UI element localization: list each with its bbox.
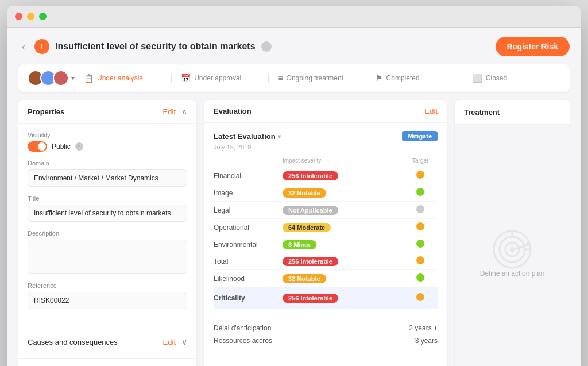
- row-name-1: Image: [214, 184, 283, 202]
- close-window-button[interactable]: [15, 13, 22, 20]
- causes-title: Causes and consequences: [28, 338, 118, 346]
- row-badge-4: 8 Minor: [283, 240, 316, 249]
- likelihood-row: Likelihood 32 Notable: [214, 270, 438, 287]
- evaluation-title: Evaluation: [214, 107, 252, 115]
- row-dot-4: [416, 240, 424, 248]
- app-body: ‹ ! Insufficient level of security to ob…: [7, 28, 581, 366]
- visibility-field: Visibility Public ?: [28, 132, 187, 152]
- causes-collapse-button[interactable]: ∨: [181, 337, 187, 346]
- visibility-toggle[interactable]: [28, 141, 47, 152]
- under-analysis-label: Under analysis: [97, 74, 142, 82]
- description-value[interactable]: [28, 240, 187, 274]
- reference-field: Reference RISK00022: [28, 282, 187, 309]
- page-header: ‹ ! Insufficient level of security to ob…: [18, 37, 570, 56]
- title-value: Insufficient level of security to obtain…: [28, 205, 187, 222]
- latest-eval-date: July 19, 2019: [214, 144, 438, 151]
- visibility-label: Visibility: [28, 132, 187, 138]
- status-step-closed[interactable]: ⬜ Closed: [463, 74, 560, 83]
- avatar-3: [53, 70, 69, 86]
- evaluation-edit-button[interactable]: Edit: [425, 107, 438, 115]
- title-label: Title: [28, 195, 187, 202]
- row-name-3: Operational: [214, 219, 283, 236]
- warning-icon: !: [34, 39, 49, 54]
- completed-label: Completed: [386, 74, 420, 82]
- criticality-label: Criticality: [214, 287, 283, 309]
- status-bar: ▾ 📋 Under analysis 📅 Under approval ≡ On…: [18, 64, 570, 92]
- treatment-title: Treatment: [464, 108, 500, 117]
- properties-title: Properties: [28, 107, 64, 116]
- minimize-window-button[interactable]: [27, 13, 34, 20]
- row-badge-3: 64 Moderate: [283, 223, 331, 232]
- target-col-header: Target: [403, 157, 438, 167]
- avatar-dropdown-button[interactable]: ▾: [71, 74, 75, 82]
- title-field: Title Insufficient level of security to …: [28, 195, 187, 222]
- under-approval-icon: 📅: [181, 74, 191, 83]
- anticipation-section: Délai d'anticipation 2 years + Ressource…: [214, 317, 438, 345]
- row-dot-3: [416, 222, 424, 230]
- evaluation-table: Impact severity Target Financial 256 Int…: [214, 157, 438, 309]
- mitigate-badge: Mitigate: [402, 131, 438, 141]
- register-risk-button[interactable]: Register Risk: [496, 37, 570, 56]
- status-step-completed[interactable]: ⚑ Completed: [366, 74, 463, 83]
- under-analysis-icon: 📋: [84, 74, 94, 83]
- header-left: ‹ ! Insufficient level of security to ob…: [18, 39, 272, 54]
- causes-section: Causes and consequences Edit ∨: [18, 330, 196, 353]
- evaluation-body: Latest Evaluation ▾ Mitigate July 19, 20…: [204, 123, 447, 353]
- page-title: Insufficient level of security to obtain…: [55, 41, 256, 52]
- impact-col-header: Impact severity: [283, 157, 403, 167]
- reference-label: Reference: [28, 282, 187, 289]
- info-icon[interactable]: i: [261, 41, 272, 52]
- properties-panel-header: Properties Edit ∧: [18, 100, 196, 124]
- total-dot: [416, 256, 424, 264]
- ongoing-treatment-label: Ongoing treatment: [287, 74, 343, 82]
- criticality-badge: 256 Intolerable: [283, 294, 338, 303]
- visibility-value: Public: [52, 142, 71, 151]
- latest-eval-chevron-icon: ▾: [278, 133, 281, 140]
- target-icon: [492, 229, 532, 269]
- row-dot-2: [416, 205, 424, 213]
- anticipation-value: 2 years +: [409, 324, 438, 332]
- status-steps: 📋 Under analysis 📅 Under approval ≡ Ongo…: [84, 74, 560, 83]
- ongoing-treatment-icon: ≡: [278, 74, 283, 83]
- total-row: Total 256 Intolerable: [214, 253, 438, 270]
- criticality-dot: [416, 293, 424, 301]
- causes-edit-button[interactable]: Edit: [163, 338, 176, 346]
- likelihood-label: Likelihood: [214, 270, 283, 287]
- eval-row: Image 32 Notable: [214, 184, 438, 202]
- under-approval-label: Under approval: [194, 74, 241, 82]
- eval-row: Financial 256 Intolerable: [214, 167, 438, 184]
- status-step-ongoing-treatment[interactable]: ≡ Ongoing treatment: [269, 74, 366, 83]
- completed-icon: ⚑: [376, 74, 383, 83]
- properties-header-right: Edit ∧: [163, 107, 187, 116]
- total-badge: 256 Intolerable: [283, 257, 338, 266]
- latest-eval-header: Latest Evaluation ▾ Mitigate: [214, 131, 438, 141]
- main-content: Properties Edit ∧ Visibility: [18, 100, 570, 366]
- row-dot-0: [416, 171, 424, 179]
- description-field: Description: [28, 230, 187, 274]
- properties-body: Visibility Public ? Domain Environment /…: [18, 124, 196, 325]
- status-step-under-approval[interactable]: 📅 Under approval: [172, 74, 269, 83]
- closed-label: Closed: [486, 74, 507, 82]
- maximize-window-button[interactable]: [39, 13, 47, 20]
- latest-eval-title: Latest Evaluation ▾: [214, 132, 281, 141]
- titlebar: [7, 6, 581, 28]
- eval-row: Legal Not Applicable: [214, 202, 438, 219]
- app-window: ‹ ! Insufficient level of security to ob…: [7, 6, 581, 366]
- causes-header: Causes and consequences Edit ∨: [18, 330, 196, 353]
- properties-edit-button[interactable]: Edit: [163, 107, 176, 116]
- row-dot-1: [416, 188, 424, 196]
- closed-icon: ⬜: [473, 74, 482, 83]
- anticipation-label: Délai d'anticipation: [214, 324, 271, 332]
- interactions-section: Interactions Edit ∨: [18, 358, 196, 366]
- back-button[interactable]: ‹: [18, 40, 29, 54]
- causes-header-right: Edit ∨: [163, 337, 187, 346]
- resources-value: 3 years: [415, 337, 438, 345]
- evaluation-panel: Evaluation Edit Latest Evaluation ▾ Miti…: [204, 100, 447, 366]
- description-label: Description: [28, 230, 187, 237]
- treatment-body: Define an action plan: [469, 125, 556, 366]
- row-badge-2: Not Applicable: [283, 206, 338, 215]
- status-step-under-analysis[interactable]: 📋 Under analysis: [84, 74, 172, 83]
- properties-collapse-button[interactable]: ∧: [181, 107, 187, 116]
- traffic-lights: [15, 13, 47, 20]
- visibility-help-icon[interactable]: ?: [75, 142, 83, 151]
